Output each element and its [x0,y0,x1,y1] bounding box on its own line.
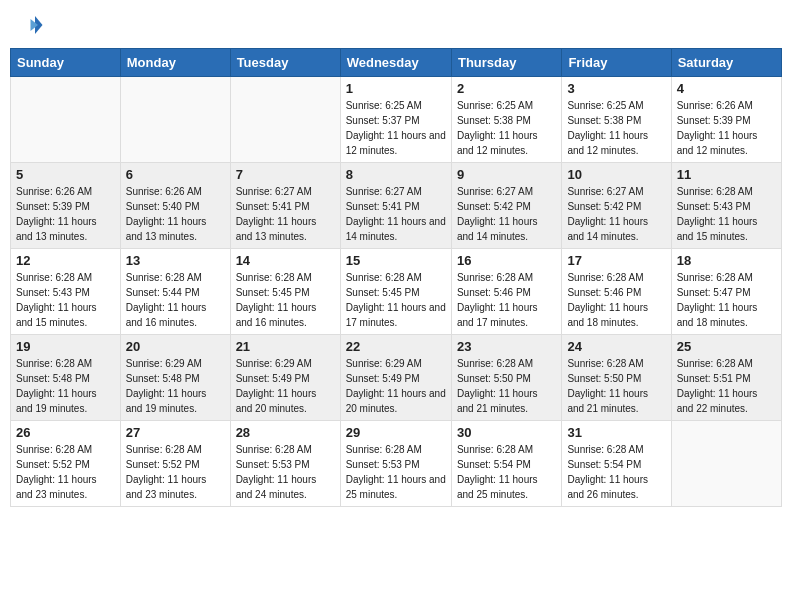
calendar-cell: 17Sunrise: 6:28 AMSunset: 5:46 PMDayligh… [562,249,671,335]
calendar-cell: 12Sunrise: 6:28 AMSunset: 5:43 PMDayligh… [11,249,121,335]
day-info: Sunrise: 6:28 AMSunset: 5:50 PMDaylight:… [457,356,556,416]
calendar-cell [230,77,340,163]
day-info: Sunrise: 6:28 AMSunset: 5:46 PMDaylight:… [567,270,665,330]
day-of-week-header: Friday [562,49,671,77]
day-number: 6 [126,167,225,182]
day-number: 1 [346,81,446,96]
day-number: 17 [567,253,665,268]
day-info: Sunrise: 6:28 AMSunset: 5:43 PMDaylight:… [16,270,115,330]
day-of-week-header: Saturday [671,49,781,77]
day-info: Sunrise: 6:27 AMSunset: 5:42 PMDaylight:… [457,184,556,244]
day-info: Sunrise: 6:26 AMSunset: 5:40 PMDaylight:… [126,184,225,244]
day-number: 3 [567,81,665,96]
day-number: 12 [16,253,115,268]
day-info: Sunrise: 6:27 AMSunset: 5:41 PMDaylight:… [236,184,335,244]
day-info: Sunrise: 6:25 AMSunset: 5:38 PMDaylight:… [567,98,665,158]
calendar-week-row: 19Sunrise: 6:28 AMSunset: 5:48 PMDayligh… [11,335,782,421]
day-number: 8 [346,167,446,182]
day-info: Sunrise: 6:27 AMSunset: 5:41 PMDaylight:… [346,184,446,244]
day-info: Sunrise: 6:28 AMSunset: 5:47 PMDaylight:… [677,270,776,330]
day-of-week-header: Sunday [11,49,121,77]
day-number: 20 [126,339,225,354]
day-number: 10 [567,167,665,182]
calendar-cell: 1Sunrise: 6:25 AMSunset: 5:37 PMDaylight… [340,77,451,163]
day-info: Sunrise: 6:28 AMSunset: 5:51 PMDaylight:… [677,356,776,416]
day-number: 24 [567,339,665,354]
logo [14,10,48,40]
day-info: Sunrise: 6:25 AMSunset: 5:37 PMDaylight:… [346,98,446,158]
day-number: 22 [346,339,446,354]
day-number: 18 [677,253,776,268]
day-number: 16 [457,253,556,268]
day-number: 25 [677,339,776,354]
day-info: Sunrise: 6:28 AMSunset: 5:52 PMDaylight:… [126,442,225,502]
day-info: Sunrise: 6:28 AMSunset: 5:46 PMDaylight:… [457,270,556,330]
calendar-cell: 18Sunrise: 6:28 AMSunset: 5:47 PMDayligh… [671,249,781,335]
calendar-cell: 9Sunrise: 6:27 AMSunset: 5:42 PMDaylight… [451,163,561,249]
day-number: 30 [457,425,556,440]
calendar-cell: 14Sunrise: 6:28 AMSunset: 5:45 PMDayligh… [230,249,340,335]
day-info: Sunrise: 6:26 AMSunset: 5:39 PMDaylight:… [677,98,776,158]
calendar-cell: 27Sunrise: 6:28 AMSunset: 5:52 PMDayligh… [120,421,230,507]
day-info: Sunrise: 6:28 AMSunset: 5:43 PMDaylight:… [677,184,776,244]
calendar-cell: 19Sunrise: 6:28 AMSunset: 5:48 PMDayligh… [11,335,121,421]
day-number: 19 [16,339,115,354]
calendar-cell: 22Sunrise: 6:29 AMSunset: 5:49 PMDayligh… [340,335,451,421]
day-info: Sunrise: 6:28 AMSunset: 5:45 PMDaylight:… [236,270,335,330]
calendar-cell: 7Sunrise: 6:27 AMSunset: 5:41 PMDaylight… [230,163,340,249]
day-info: Sunrise: 6:28 AMSunset: 5:54 PMDaylight:… [567,442,665,502]
day-number: 2 [457,81,556,96]
day-info: Sunrise: 6:26 AMSunset: 5:39 PMDaylight:… [16,184,115,244]
day-of-week-header: Tuesday [230,49,340,77]
calendar-cell: 10Sunrise: 6:27 AMSunset: 5:42 PMDayligh… [562,163,671,249]
calendar-cell: 29Sunrise: 6:28 AMSunset: 5:53 PMDayligh… [340,421,451,507]
calendar-cell: 2Sunrise: 6:25 AMSunset: 5:38 PMDaylight… [451,77,561,163]
day-info: Sunrise: 6:28 AMSunset: 5:50 PMDaylight:… [567,356,665,416]
day-number: 31 [567,425,665,440]
day-info: Sunrise: 6:29 AMSunset: 5:49 PMDaylight:… [346,356,446,416]
calendar-week-row: 1Sunrise: 6:25 AMSunset: 5:37 PMDaylight… [11,77,782,163]
day-number: 28 [236,425,335,440]
calendar-cell: 23Sunrise: 6:28 AMSunset: 5:50 PMDayligh… [451,335,561,421]
calendar-cell: 6Sunrise: 6:26 AMSunset: 5:40 PMDaylight… [120,163,230,249]
calendar-week-row: 26Sunrise: 6:28 AMSunset: 5:52 PMDayligh… [11,421,782,507]
day-info: Sunrise: 6:28 AMSunset: 5:48 PMDaylight:… [16,356,115,416]
calendar-cell: 20Sunrise: 6:29 AMSunset: 5:48 PMDayligh… [120,335,230,421]
generalblue-logo-icon [14,10,44,40]
day-number: 14 [236,253,335,268]
calendar-cell: 4Sunrise: 6:26 AMSunset: 5:39 PMDaylight… [671,77,781,163]
day-number: 13 [126,253,225,268]
day-info: Sunrise: 6:28 AMSunset: 5:54 PMDaylight:… [457,442,556,502]
day-info: Sunrise: 6:29 AMSunset: 5:48 PMDaylight:… [126,356,225,416]
day-number: 4 [677,81,776,96]
calendar-cell: 11Sunrise: 6:28 AMSunset: 5:43 PMDayligh… [671,163,781,249]
day-info: Sunrise: 6:28 AMSunset: 5:44 PMDaylight:… [126,270,225,330]
calendar-cell [120,77,230,163]
day-number: 11 [677,167,776,182]
day-info: Sunrise: 6:25 AMSunset: 5:38 PMDaylight:… [457,98,556,158]
day-info: Sunrise: 6:28 AMSunset: 5:52 PMDaylight:… [16,442,115,502]
calendar-cell: 25Sunrise: 6:28 AMSunset: 5:51 PMDayligh… [671,335,781,421]
day-number: 15 [346,253,446,268]
calendar-cell: 26Sunrise: 6:28 AMSunset: 5:52 PMDayligh… [11,421,121,507]
day-number: 29 [346,425,446,440]
calendar-week-row: 12Sunrise: 6:28 AMSunset: 5:43 PMDayligh… [11,249,782,335]
calendar-cell: 13Sunrise: 6:28 AMSunset: 5:44 PMDayligh… [120,249,230,335]
calendar-cell: 15Sunrise: 6:28 AMSunset: 5:45 PMDayligh… [340,249,451,335]
calendar-cell: 24Sunrise: 6:28 AMSunset: 5:50 PMDayligh… [562,335,671,421]
calendar-cell [11,77,121,163]
day-number: 26 [16,425,115,440]
calendar-cell: 16Sunrise: 6:28 AMSunset: 5:46 PMDayligh… [451,249,561,335]
calendar-header-row: SundayMondayTuesdayWednesdayThursdayFrid… [11,49,782,77]
page-header [10,10,782,40]
day-of-week-header: Thursday [451,49,561,77]
day-number: 7 [236,167,335,182]
day-of-week-header: Monday [120,49,230,77]
day-number: 9 [457,167,556,182]
calendar-cell: 8Sunrise: 6:27 AMSunset: 5:41 PMDaylight… [340,163,451,249]
day-info: Sunrise: 6:28 AMSunset: 5:45 PMDaylight:… [346,270,446,330]
day-number: 21 [236,339,335,354]
day-info: Sunrise: 6:29 AMSunset: 5:49 PMDaylight:… [236,356,335,416]
day-number: 27 [126,425,225,440]
calendar-cell: 31Sunrise: 6:28 AMSunset: 5:54 PMDayligh… [562,421,671,507]
